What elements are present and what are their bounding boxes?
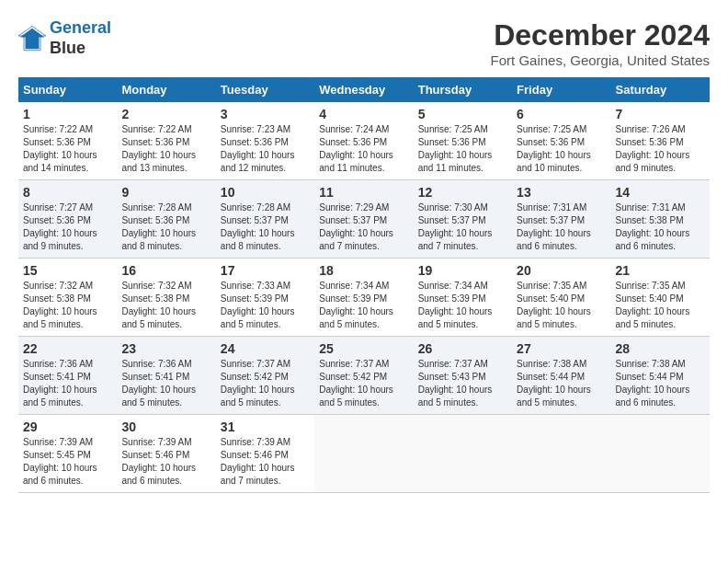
day-info: Sunrise: 7:30 AM Sunset: 5:37 PM Dayligh… (418, 201, 507, 253)
day-number: 9 (121, 185, 210, 200)
calendar-cell: 30Sunrise: 7:39 AM Sunset: 5:46 PM Dayli… (117, 415, 215, 493)
day-info: Sunrise: 7:34 AM Sunset: 5:39 PM Dayligh… (319, 280, 408, 331)
day-number: 30 (121, 419, 210, 434)
column-header-wednesday: Wednesday (314, 77, 413, 102)
day-info: Sunrise: 7:32 AM Sunset: 5:38 PM Dayligh… (121, 280, 210, 331)
calendar-week-row: 15Sunrise: 7:32 AM Sunset: 5:38 PM Dayli… (18, 259, 710, 337)
calendar-cell: 22Sunrise: 7:36 AM Sunset: 5:41 PM Dayli… (18, 337, 117, 415)
calendar-cell: 18Sunrise: 7:34 AM Sunset: 5:39 PM Dayli… (314, 259, 413, 337)
calendar-cell: 19Sunrise: 7:34 AM Sunset: 5:39 PM Dayli… (414, 259, 512, 337)
day-info: Sunrise: 7:32 AM Sunset: 5:38 PM Dayligh… (23, 280, 112, 331)
day-number: 29 (23, 419, 112, 434)
day-info: Sunrise: 7:38 AM Sunset: 5:44 PM Dayligh… (517, 358, 606, 409)
day-number: 24 (221, 341, 310, 356)
day-info: Sunrise: 7:29 AM Sunset: 5:37 PM Dayligh… (319, 201, 408, 253)
day-number: 22 (23, 341, 112, 356)
calendar-cell: 7Sunrise: 7:26 AM Sunset: 5:36 PM Daylig… (611, 102, 710, 180)
day-number: 16 (121, 263, 210, 278)
day-number: 6 (517, 107, 606, 121)
title-block: December 2024 Fort Gaines, Georgia, Unit… (491, 18, 710, 68)
calendar-cell: 27Sunrise: 7:38 AM Sunset: 5:44 PM Dayli… (512, 337, 610, 415)
day-number: 19 (418, 263, 507, 278)
column-header-tuesday: Tuesday (216, 77, 314, 102)
calendar-cell: 2Sunrise: 7:22 AM Sunset: 5:36 PM Daylig… (117, 102, 215, 180)
calendar-cell: 29Sunrise: 7:39 AM Sunset: 5:45 PM Dayli… (18, 415, 117, 493)
day-info: Sunrise: 7:35 AM Sunset: 5:40 PM Dayligh… (616, 280, 705, 331)
calendar-cell: 4Sunrise: 7:24 AM Sunset: 5:36 PM Daylig… (314, 102, 413, 180)
calendar-cell: 24Sunrise: 7:37 AM Sunset: 5:42 PM Dayli… (216, 337, 314, 415)
day-number: 2 (121, 107, 210, 121)
day-info: Sunrise: 7:25 AM Sunset: 5:36 PM Dayligh… (517, 123, 606, 175)
calendar-cell: 26Sunrise: 7:37 AM Sunset: 5:43 PM Dayli… (414, 337, 512, 415)
calendar-cell: 10Sunrise: 7:28 AM Sunset: 5:37 PM Dayli… (216, 180, 314, 259)
calendar-table: SundayMondayTuesdayWednesdayThursdayFrid… (18, 77, 710, 493)
day-info: Sunrise: 7:37 AM Sunset: 5:43 PM Dayligh… (418, 358, 507, 409)
day-info: Sunrise: 7:25 AM Sunset: 5:36 PM Dayligh… (418, 123, 507, 175)
day-number: 28 (616, 341, 705, 356)
day-info: Sunrise: 7:37 AM Sunset: 5:42 PM Dayligh… (221, 358, 310, 409)
day-info: Sunrise: 7:39 AM Sunset: 5:46 PM Dayligh… (221, 436, 310, 488)
day-number: 26 (418, 341, 507, 356)
calendar-cell: 12Sunrise: 7:30 AM Sunset: 5:37 PM Dayli… (414, 180, 512, 259)
day-info: Sunrise: 7:39 AM Sunset: 5:45 PM Dayligh… (23, 436, 112, 488)
calendar-cell: 9Sunrise: 7:28 AM Sunset: 5:36 PM Daylig… (117, 180, 215, 259)
day-info: Sunrise: 7:35 AM Sunset: 5:40 PM Dayligh… (517, 280, 606, 331)
day-info: Sunrise: 7:31 AM Sunset: 5:38 PM Dayligh… (616, 201, 705, 253)
day-info: Sunrise: 7:28 AM Sunset: 5:36 PM Dayligh… (121, 201, 210, 253)
day-number: 5 (418, 107, 507, 121)
day-number: 3 (221, 107, 310, 121)
column-header-thursday: Thursday (414, 77, 512, 102)
day-info: Sunrise: 7:34 AM Sunset: 5:39 PM Dayligh… (418, 280, 507, 331)
calendar-cell (314, 415, 413, 493)
day-info: Sunrise: 7:22 AM Sunset: 5:36 PM Dayligh… (121, 123, 210, 175)
calendar-cell: 6Sunrise: 7:25 AM Sunset: 5:36 PM Daylig… (512, 102, 610, 180)
column-header-sunday: Sunday (18, 77, 117, 102)
calendar-cell: 5Sunrise: 7:25 AM Sunset: 5:36 PM Daylig… (414, 102, 512, 180)
day-info: Sunrise: 7:23 AM Sunset: 5:36 PM Dayligh… (221, 123, 310, 175)
day-number: 17 (221, 263, 310, 278)
calendar-cell: 21Sunrise: 7:35 AM Sunset: 5:40 PM Dayli… (611, 259, 710, 337)
logo-text: General Blue (50, 18, 111, 58)
day-info: Sunrise: 7:39 AM Sunset: 5:46 PM Dayligh… (121, 436, 210, 488)
calendar-cell: 20Sunrise: 7:35 AM Sunset: 5:40 PM Dayli… (512, 259, 610, 337)
day-info: Sunrise: 7:37 AM Sunset: 5:42 PM Dayligh… (319, 358, 408, 409)
calendar-cell: 25Sunrise: 7:37 AM Sunset: 5:42 PM Dayli… (314, 337, 413, 415)
day-number: 4 (319, 107, 408, 121)
day-info: Sunrise: 7:27 AM Sunset: 5:36 PM Dayligh… (23, 201, 112, 253)
calendar-week-row: 1Sunrise: 7:22 AM Sunset: 5:36 PM Daylig… (18, 102, 710, 180)
day-info: Sunrise: 7:33 AM Sunset: 5:39 PM Dayligh… (221, 280, 310, 331)
day-number: 25 (319, 341, 408, 356)
calendar-cell: 11Sunrise: 7:29 AM Sunset: 5:37 PM Dayli… (314, 180, 413, 259)
day-info: Sunrise: 7:26 AM Sunset: 5:36 PM Dayligh… (616, 123, 705, 175)
day-number: 13 (517, 185, 606, 200)
calendar-cell: 14Sunrise: 7:31 AM Sunset: 5:38 PM Dayli… (611, 180, 710, 259)
logo-line2: Blue (50, 39, 111, 59)
calendar-cell: 3Sunrise: 7:23 AM Sunset: 5:36 PM Daylig… (216, 102, 314, 180)
main-title: December 2024 (491, 18, 710, 52)
day-info: Sunrise: 7:36 AM Sunset: 5:41 PM Dayligh… (121, 358, 210, 409)
day-info: Sunrise: 7:28 AM Sunset: 5:37 PM Dayligh… (221, 201, 310, 253)
calendar-cell: 1Sunrise: 7:22 AM Sunset: 5:36 PM Daylig… (18, 102, 117, 180)
calendar-cell: 16Sunrise: 7:32 AM Sunset: 5:38 PM Dayli… (117, 259, 215, 337)
day-number: 10 (221, 185, 310, 200)
logo-icon (18, 25, 46, 52)
calendar-cell (611, 415, 710, 493)
day-number: 23 (121, 341, 210, 356)
column-header-saturday: Saturday (611, 77, 710, 102)
calendar-cell: 15Sunrise: 7:32 AM Sunset: 5:38 PM Dayli… (18, 259, 117, 337)
day-info: Sunrise: 7:24 AM Sunset: 5:36 PM Dayligh… (319, 123, 408, 175)
day-number: 20 (517, 263, 606, 278)
day-number: 12 (418, 185, 507, 200)
day-number: 11 (319, 185, 408, 200)
calendar-week-row: 8Sunrise: 7:27 AM Sunset: 5:36 PM Daylig… (18, 180, 710, 259)
calendar-cell (414, 415, 512, 493)
day-number: 7 (616, 107, 705, 121)
calendar-cell: 23Sunrise: 7:36 AM Sunset: 5:41 PM Dayli… (117, 337, 215, 415)
column-header-monday: Monday (117, 77, 215, 102)
day-info: Sunrise: 7:36 AM Sunset: 5:41 PM Dayligh… (23, 358, 112, 409)
calendar-cell: 31Sunrise: 7:39 AM Sunset: 5:46 PM Dayli… (216, 415, 314, 493)
day-number: 27 (517, 341, 606, 356)
calendar-cell: 8Sunrise: 7:27 AM Sunset: 5:36 PM Daylig… (18, 180, 117, 259)
logo-line1: General (50, 18, 111, 37)
page-header: General Blue December 2024 Fort Gaines, … (18, 18, 710, 68)
